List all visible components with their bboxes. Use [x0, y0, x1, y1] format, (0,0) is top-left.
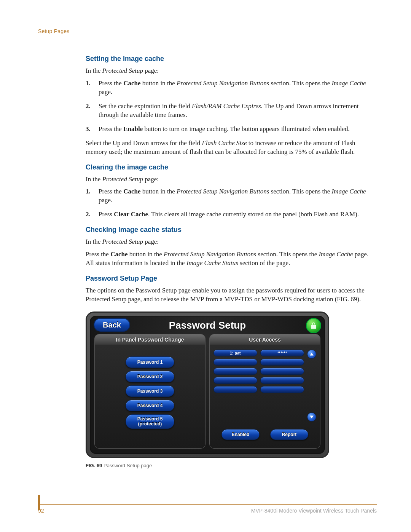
- list-item: 2. Set the cache expiration in the field…: [86, 102, 373, 120]
- panel-user-access: User Access 1: pat ******: [209, 334, 320, 449]
- page-footer: 92 MVP-8400i Modero Viewpoint Wireless T…: [38, 504, 377, 514]
- user-name-slot[interactable]: [213, 368, 257, 375]
- lock-icon[interactable]: [306, 318, 321, 333]
- user-pass-slot[interactable]: ******: [260, 350, 304, 356]
- s3-intro: In the Protected Setup page:: [86, 238, 373, 246]
- user-name-slot[interactable]: [213, 359, 257, 366]
- panel-head-left: In Panel Password Change: [95, 334, 205, 345]
- step-number: 2.: [86, 210, 93, 219]
- running-head: Setup Pages: [38, 28, 69, 34]
- page-number: 92: [38, 508, 44, 514]
- s2-intro: In the Protected Setup page:: [86, 175, 373, 184]
- text: page:: [143, 67, 159, 74]
- figure-69: Back Password Setup In Panel Password Ch…: [86, 312, 373, 468]
- device-screen: Back Password Setup In Panel Password Ch…: [90, 316, 325, 454]
- step-text: Set the cache expiration in the field Fl…: [99, 102, 373, 120]
- figure-caption: FIG. 69 Password Setup page: [86, 463, 373, 468]
- password-5-button[interactable]: Password 5 (protected): [126, 414, 174, 429]
- user-row: 1: pat ******: [213, 350, 304, 356]
- scroll-down-button[interactable]: [307, 412, 316, 422]
- back-button[interactable]: Back: [94, 318, 130, 332]
- heading-password-setup: Password Setup Page: [86, 275, 373, 283]
- user-name-slot[interactable]: [213, 386, 257, 393]
- step-number: 3.: [86, 125, 93, 134]
- password-2-button[interactable]: Password 2: [126, 371, 174, 382]
- list-item: 1. Press the Cache button in the Protect…: [86, 79, 373, 97]
- scroll-up-button[interactable]: [307, 350, 316, 359]
- s1-intro: In the Protected Setup page:: [86, 67, 373, 75]
- titlebar: Back Password Setup: [91, 316, 324, 334]
- text-italic: Protected Setup: [102, 67, 143, 74]
- step-text: Press the Cache button in the Protected …: [99, 79, 373, 97]
- s2-steps: 1. Press the Cache button in the Protect…: [86, 187, 373, 219]
- panel-password-change: In Panel Password Change Password 1 Pass…: [94, 334, 206, 449]
- heading-clearing-image-cache: Clearing the image cache: [86, 163, 373, 171]
- step-number: 2.: [86, 102, 93, 120]
- list-item: 2. Press Clear Cache. This clears all im…: [86, 210, 373, 219]
- step-text: Press Clear Cache. This clears all image…: [99, 210, 359, 219]
- heading-setting-image-cache: Setting the image cache: [86, 55, 373, 63]
- text: In the: [86, 67, 102, 74]
- user-pass-slot[interactable]: [260, 359, 304, 366]
- user-pass-slot[interactable]: [260, 386, 304, 393]
- user-pass-slot[interactable]: [260, 368, 304, 375]
- user-access-rows: 1: pat ******: [213, 350, 304, 393]
- list-item: 3. Press the Enable button to turn on im…: [86, 125, 373, 134]
- list-item: 1. Press the Cache button in the Protect…: [86, 187, 373, 205]
- step-text: Press the Enable button to turn on image…: [99, 125, 350, 134]
- s4-para: The options on the Password Setup page e…: [86, 286, 373, 304]
- password-4-button[interactable]: Password 4: [126, 400, 174, 411]
- panel-head-right: User Access: [210, 334, 320, 345]
- user-name-slot[interactable]: 1: pat: [213, 350, 257, 356]
- step-number: 1.: [86, 187, 93, 205]
- step-text: Press the Cache button in the Protected …: [99, 187, 373, 205]
- screen-title: Password Setup: [169, 320, 246, 330]
- user-pass-slot[interactable]: [260, 377, 304, 384]
- step-number: 1.: [86, 79, 93, 97]
- password-1-button[interactable]: Password 1: [126, 356, 174, 368]
- enabled-button[interactable]: Enabled: [221, 429, 260, 440]
- report-button[interactable]: Report: [270, 429, 308, 440]
- heading-checking-status: Checking image cache status: [86, 226, 373, 234]
- s3-para: Press the Cache button in the Protected …: [86, 250, 373, 268]
- password-3-button[interactable]: Password 3: [126, 385, 174, 397]
- doc-title: MVP-8400i Modero Viewpoint Wireless Touc…: [251, 508, 377, 514]
- s1-para2: Select the Up and Down arrows for the fi…: [86, 139, 373, 157]
- device-frame: Back Password Setup In Panel Password Ch…: [86, 312, 329, 458]
- user-name-slot[interactable]: [213, 377, 257, 384]
- s1-steps: 1. Press the Cache button in the Protect…: [86, 79, 373, 134]
- content-area: Setting the image cache In the Protected…: [86, 21, 373, 468]
